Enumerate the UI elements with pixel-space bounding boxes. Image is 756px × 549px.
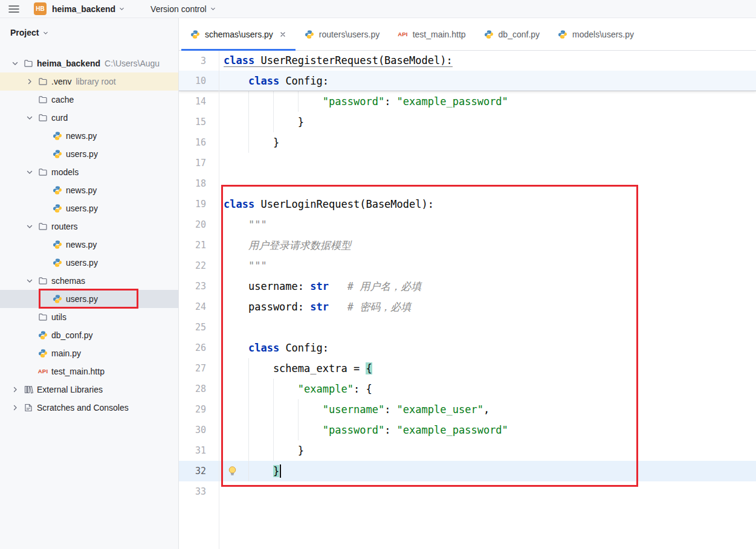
code-line-18[interactable]: 18 xyxy=(179,173,756,194)
code-line-32[interactable]: 32 } xyxy=(179,461,756,481)
scratches-icon xyxy=(22,403,35,413)
code-line-10[interactable]: 10 class Config: xyxy=(179,71,756,91)
code-line-31[interactable]: 31 } xyxy=(179,440,756,461)
code-line-14[interactable]: 14 "password": "example_password" xyxy=(179,91,756,112)
tree-item-heima-backend[interactable]: heima_backendC:\Users\Augu xyxy=(0,54,178,72)
version-control-selector[interactable]: Version control xyxy=(150,4,216,14)
python-icon xyxy=(36,330,50,340)
code-line-19[interactable]: 19class UserLoginRequest(BaseModel): xyxy=(179,194,756,214)
line-number[interactable]: 23 xyxy=(179,281,219,292)
line-content: 用户登录请求数据模型 xyxy=(219,235,756,255)
line-number[interactable]: 22 xyxy=(179,260,219,271)
chevron-right-icon[interactable] xyxy=(8,385,22,394)
line-content xyxy=(219,153,756,173)
tree-item-models[interactable]: models xyxy=(0,163,178,181)
line-number[interactable]: 17 xyxy=(179,158,219,169)
code-line-24[interactable]: 24 password: str # 密码，必填 xyxy=(179,297,756,317)
tree-item-schemas[interactable]: schemas xyxy=(0,272,178,290)
text-caret xyxy=(280,464,281,478)
code-line-25[interactable]: 25 xyxy=(179,317,756,338)
chevron-down-icon[interactable] xyxy=(8,59,22,68)
line-number[interactable]: 27 xyxy=(179,363,219,374)
line-number[interactable]: 18 xyxy=(179,178,219,189)
tree-item-external-libraries[interactable]: External Libraries xyxy=(0,380,178,399)
code-line-17[interactable]: 17 xyxy=(179,153,756,173)
indent-guide xyxy=(298,91,299,112)
code-line-21[interactable]: 21 用户登录请求数据模型 xyxy=(179,235,756,255)
tab-models-users-py[interactable]: models\users.py xyxy=(549,18,643,50)
tab-label: db_conf.py xyxy=(499,30,540,39)
tree-item-users-py[interactable]: users.py xyxy=(0,254,178,272)
line-number[interactable]: 29 xyxy=(179,404,219,415)
tab-routers-users-py[interactable]: routers\users.py xyxy=(296,18,389,50)
code-line-28[interactable]: 28 "example": { xyxy=(179,379,756,399)
code-line-33[interactable]: 33 xyxy=(179,481,756,502)
code-line-20[interactable]: 20 """ xyxy=(179,214,756,235)
project-panel-title: Project xyxy=(10,28,39,37)
line-number[interactable]: 20 xyxy=(179,219,219,230)
code-line-22[interactable]: 22 """ xyxy=(179,255,756,276)
indent-guide xyxy=(273,420,274,440)
tree-item-db-conf-py[interactable]: db_conf.py xyxy=(0,326,178,344)
tree-item-news-py[interactable]: news.py xyxy=(0,127,178,145)
chevron-down-icon[interactable] xyxy=(23,222,36,231)
tree-item-users-py[interactable]: users.py xyxy=(0,145,178,163)
tree-item-curd[interactable]: curd xyxy=(0,109,178,127)
line-number[interactable]: 25 xyxy=(179,322,219,333)
indent-guide xyxy=(248,132,249,153)
code-line-3[interactable]: 3class UserRegisterRequest(BaseModel): xyxy=(179,51,756,71)
line-number[interactable]: 21 xyxy=(179,240,219,251)
line-number[interactable]: 31 xyxy=(179,445,219,456)
tab-db-conf-py[interactable]: db_conf.py xyxy=(475,18,549,50)
close-icon[interactable] xyxy=(279,31,286,38)
chevron-down-icon[interactable] xyxy=(23,168,36,176)
chevron-down-icon[interactable] xyxy=(23,114,36,122)
tree-item-users-py[interactable]: users.py xyxy=(0,199,178,217)
project-logo[interactable]: HB xyxy=(34,2,47,15)
line-number[interactable]: 28 xyxy=(179,384,219,394)
code-line-16[interactable]: 16 } xyxy=(179,132,756,153)
line-number[interactable]: 24 xyxy=(179,301,219,312)
tree-item-news-py[interactable]: news.py xyxy=(0,181,178,199)
line-number[interactable]: 14 xyxy=(179,96,219,107)
hamburger-menu-icon[interactable] xyxy=(8,5,21,13)
line-number[interactable]: 33 xyxy=(179,486,219,497)
line-number[interactable]: 10 xyxy=(179,75,219,86)
tree-item-news-py[interactable]: news.py xyxy=(0,236,178,254)
tree-item-users-py[interactable]: users.py xyxy=(0,290,178,308)
python-icon xyxy=(36,348,50,358)
python-icon xyxy=(484,30,494,39)
project-panel-header[interactable]: Project xyxy=(0,18,178,47)
code-line-15[interactable]: 15 } xyxy=(179,112,756,132)
tree-item-scratches-and-consoles[interactable]: Scratches and Consoles xyxy=(0,399,178,417)
chevron-right-icon[interactable] xyxy=(23,77,36,86)
line-number[interactable]: 3 xyxy=(179,56,219,66)
tree-item-label: news.py xyxy=(66,131,97,141)
line-number[interactable]: 32 xyxy=(179,466,219,477)
main-toolbar: HB heima_backend Version control xyxy=(0,0,756,18)
line-number[interactable]: 30 xyxy=(179,425,219,435)
line-number[interactable]: 16 xyxy=(179,137,219,148)
code-line-29[interactable]: 29 "username": "example_user", xyxy=(179,399,756,420)
code-line-27[interactable]: 27 schema_extra = { xyxy=(179,358,756,379)
tree-item-utils[interactable]: utils xyxy=(0,308,178,326)
chevron-right-icon[interactable] xyxy=(8,403,22,412)
tree-item-main-py[interactable]: main.py xyxy=(0,344,178,362)
project-selector[interactable]: heima_backend xyxy=(52,4,125,14)
line-number[interactable]: 15 xyxy=(179,117,219,127)
tab-test-main-http[interactable]: APItest_main.http xyxy=(389,18,474,50)
code-line-23[interactable]: 23 username: str # 用户名，必填 xyxy=(179,276,756,297)
lightbulb-icon[interactable] xyxy=(228,466,237,477)
code-line-26[interactable]: 26 class Config: xyxy=(179,338,756,358)
line-number[interactable]: 19 xyxy=(179,199,219,210)
tree-item-routers[interactable]: routers xyxy=(0,217,178,236)
line-content: """ xyxy=(219,255,756,276)
line-number[interactable]: 26 xyxy=(179,342,219,353)
chevron-down-icon[interactable] xyxy=(23,277,36,285)
code-line-30[interactable]: 30 "password": "example_password" xyxy=(179,420,756,440)
tree-item-cache[interactable]: cache xyxy=(0,91,178,109)
tree-item-label: schemas xyxy=(51,276,85,286)
tab-schemas-users-py[interactable]: schemas\users.py xyxy=(181,18,296,50)
tree-item-test-main-http[interactable]: APItest_main.http xyxy=(0,362,178,380)
tree-item-venv[interactable]: .venvlibrary root xyxy=(0,72,178,91)
